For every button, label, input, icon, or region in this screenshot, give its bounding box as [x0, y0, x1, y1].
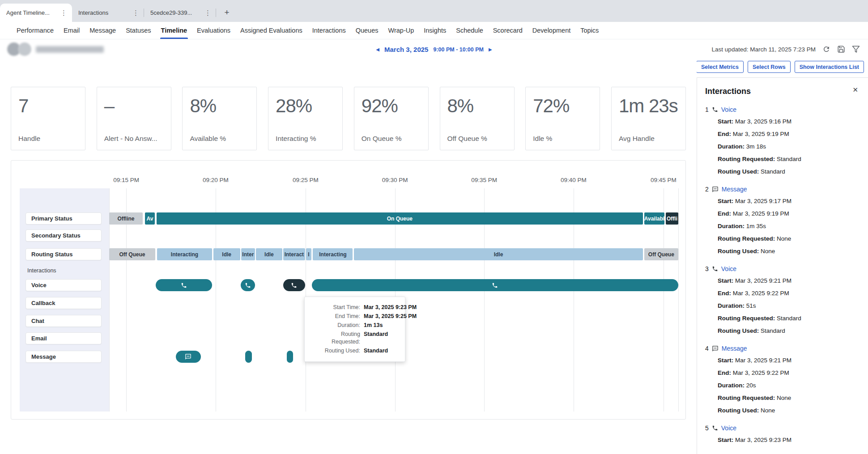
agent-identity [0, 42, 104, 56]
nav-tab-scorecard[interactable]: Scorecard [488, 22, 528, 39]
tooltip-row: Routing Requested:Standard [311, 331, 399, 346]
routing-status-bar[interactable]: Idle [213, 248, 240, 260]
chat-icon [185, 353, 191, 360]
content: 7Handle–Alert - No Answ...8%Available %2… [0, 59, 868, 454]
row-label-routing-status[interactable]: Routing Status [26, 248, 102, 260]
voice-interaction-bar[interactable] [283, 279, 305, 291]
metric-label: On Queue % [362, 135, 421, 143]
select-metrics-button[interactable]: Select Metrics [697, 61, 744, 73]
row-label-chat[interactable]: Chat [26, 315, 102, 327]
metric-card-interacting: 28%Interacting % [268, 87, 343, 150]
voice-interaction-bar[interactable] [156, 279, 212, 291]
new-tab-button[interactable]: + [221, 6, 233, 19]
row-label-secondary-status[interactable]: Secondary Status [26, 229, 102, 242]
interactions-list: 1VoiceStart: Mar 3, 2025 9:16 PMEnd: Mar… [705, 106, 860, 444]
nav-tab-queues[interactable]: Queues [351, 22, 383, 39]
agent-name-redacted [36, 46, 104, 53]
message-interaction-bar[interactable] [245, 351, 252, 363]
interaction-field: Routing Used: None [718, 247, 860, 255]
bar-label: Offline [118, 216, 135, 222]
message-interaction-bar[interactable] [176, 351, 201, 363]
nav-tab-development[interactable]: Development [528, 22, 575, 39]
routing-status-bar[interactable]: Interacting [313, 248, 353, 260]
nav-tab-topics[interactable]: Topics [575, 22, 604, 39]
interaction-index: 2 [705, 186, 709, 193]
toolbar-buttons: Select Metrics Select Rows Show Interact… [697, 59, 868, 73]
interaction-type-link[interactable]: Voice [721, 106, 736, 113]
interaction-field: Duration: 1m 35s [718, 222, 860, 230]
nav-tab-performance[interactable]: Performance [12, 22, 59, 39]
tooltip-row: Start Time:Mar 3, 2025 9:23 PM [311, 304, 399, 311]
interaction-type-link[interactable]: Voice [721, 265, 736, 272]
metric-value: 28% [276, 95, 335, 117]
row-label-primary-status[interactable]: Primary Status [26, 212, 102, 225]
interaction-item: 3VoiceStart: Mar 3, 2025 9:21 PMEnd: Mar… [705, 265, 860, 335]
routing-status-bar[interactable]: Interacting [157, 248, 212, 260]
save-icon[interactable] [837, 45, 845, 53]
routing-status-bar[interactable]: Interact [283, 248, 305, 260]
interaction-item-header: 4Message [705, 345, 860, 352]
nav-tab-schedule[interactable]: Schedule [451, 22, 488, 39]
interaction-field: Start: Mar 3, 2025 9:21 PM [718, 356, 860, 365]
tab-menu-icon[interactable]: ⋮ [59, 9, 68, 17]
tooltip-label: Routing Used: [311, 347, 364, 355]
routing-status-bar[interactable]: Off Queue [109, 248, 155, 260]
row-label-message[interactable]: Message [26, 351, 102, 363]
routing-status-bar[interactable]: Idle [256, 248, 282, 260]
close-icon[interactable]: ✕ [852, 86, 858, 94]
browser-tab-interactions[interactable]: Interactions⋮ [72, 4, 144, 22]
primary-status-bar[interactable]: Offli [666, 212, 678, 225]
interaction-type-link[interactable]: Message [722, 345, 747, 352]
tab-menu-icon[interactable]: ⋮ [131, 9, 140, 17]
primary-status-bar[interactable]: On Queue [157, 212, 643, 225]
interaction-field: Routing Used: None [718, 406, 860, 415]
bar-label: Idle [494, 251, 503, 258]
nav-tab-message[interactable]: Message [85, 22, 121, 39]
nav-tab-wrap-up[interactable]: Wrap-Up [383, 22, 419, 39]
nav-tab-assigned-evaluations[interactable]: Assigned Evaluations [235, 22, 307, 39]
metric-cards: 7Handle–Alert - No Answ...8%Available %2… [11, 87, 686, 150]
prev-date-button[interactable]: ◀ [376, 47, 379, 52]
interaction-index: 5 [705, 424, 709, 432]
nav-tab-interactions[interactable]: Interactions [307, 22, 351, 39]
routing-status-bar[interactable]: Inter [241, 248, 255, 260]
routing-status-bar[interactable]: Off Queue [644, 248, 678, 260]
row-label-voice[interactable]: Voice [26, 279, 102, 291]
routing-status-bar[interactable]: Idle [354, 248, 643, 260]
voice-interaction-bar[interactable] [312, 279, 678, 291]
interaction-field: End: Mar 3, 2025 9:19 PM [718, 209, 860, 218]
primary-status-bar[interactable]: Av [145, 212, 155, 225]
metric-label: Idle % [533, 135, 592, 143]
select-rows-button[interactable]: Select Rows [748, 61, 791, 73]
message-interaction-bar[interactable] [287, 351, 293, 363]
refresh-icon[interactable] [822, 45, 830, 53]
voice-interaction-bar[interactable] [241, 279, 255, 291]
interaction-type-link[interactable]: Message [722, 186, 747, 193]
browser-tab-5cedce29-339[interactable]: 5cedce29-339...⋮ [144, 4, 216, 22]
interaction-field: Routing Used: Standard [718, 167, 860, 176]
row-label-email[interactable]: Email [26, 332, 102, 344]
row-label-callback[interactable]: Callback [26, 297, 102, 309]
phone-icon [492, 282, 498, 289]
show-interactions-list-button[interactable]: Show Interactions List [795, 61, 864, 73]
interaction-field: Routing Requested: None [718, 234, 860, 243]
nav-tab-email[interactable]: Email [59, 22, 85, 39]
nav-tab-statuses[interactable]: Statuses [121, 22, 156, 39]
filter-icon[interactable] [852, 45, 860, 53]
browser-tab-agent-timeline[interactable]: Agent Timeline...⋮ [0, 4, 72, 22]
interaction-item-header: 5Voice [705, 424, 860, 432]
routing-status-bar[interactable]: I [306, 248, 311, 260]
bar-label: On Queue [387, 216, 413, 222]
time-axis-label: 09:45 PM [651, 177, 677, 183]
nav-tab-evaluations[interactable]: Evaluations [192, 22, 235, 39]
interactions-panel-title: Interactions [705, 87, 860, 96]
time-axis-label: 09:40 PM [561, 177, 587, 183]
primary-status-bar[interactable]: Offline [109, 212, 143, 225]
nav-tab-timeline[interactable]: Timeline [156, 22, 192, 39]
primary-status-bar[interactable]: Availabl [644, 212, 665, 225]
metric-label: Handle [18, 135, 78, 143]
nav-tab-insights[interactable]: Insights [419, 22, 451, 39]
interaction-type-link[interactable]: Voice [721, 424, 736, 432]
tab-menu-icon[interactable]: ⋮ [203, 9, 213, 17]
next-date-button[interactable]: ▶ [489, 47, 492, 52]
